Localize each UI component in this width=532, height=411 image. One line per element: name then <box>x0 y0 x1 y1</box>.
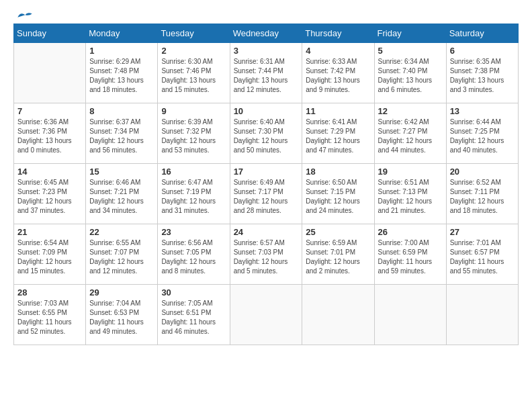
day-info: Sunrise: 6:55 AMSunset: 7:07 PMDaylight:… <box>89 238 154 276</box>
day-info: Sunrise: 6:47 AMSunset: 7:19 PMDaylight:… <box>161 178 226 216</box>
day-number: 13 <box>450 106 515 116</box>
calendar-cell: 5Sunrise: 6:34 AMSunset: 7:40 PMDaylight… <box>374 43 446 103</box>
calendar-table: SundayMondayTuesdayWednesdayThursdayFrid… <box>13 24 519 345</box>
calendar-cell: 9Sunrise: 6:39 AMSunset: 7:32 PMDaylight… <box>158 103 230 164</box>
day-info: Sunrise: 6:59 AMSunset: 7:01 PMDaylight:… <box>306 238 370 276</box>
calendar-cell: 26Sunrise: 7:00 AMSunset: 6:59 PMDayligh… <box>374 224 446 285</box>
day-info: Sunrise: 6:33 AMSunset: 7:42 PMDaylight:… <box>306 57 370 95</box>
day-number: 14 <box>17 167 82 177</box>
day-info: Sunrise: 6:41 AMSunset: 7:29 PMDaylight:… <box>306 118 370 155</box>
day-info: Sunrise: 6:40 AMSunset: 7:30 PMDaylight:… <box>234 118 299 155</box>
calendar-cell: 18Sunrise: 6:50 AMSunset: 7:15 PMDayligh… <box>302 164 374 224</box>
calendar-cell: 16Sunrise: 6:47 AMSunset: 7:19 PMDayligh… <box>158 164 230 224</box>
day-info: Sunrise: 7:00 AMSunset: 6:59 PMDaylight:… <box>378 238 443 276</box>
calendar-cell <box>302 285 374 345</box>
column-header-tuesday: Tuesday <box>158 24 230 43</box>
column-header-sunday: Sunday <box>14 24 86 43</box>
calendar-cell <box>230 285 302 345</box>
day-info: Sunrise: 6:30 AMSunset: 7:46 PMDaylight:… <box>161 57 226 95</box>
day-number: 3 <box>234 46 299 56</box>
week-row-2: 7Sunrise: 6:36 AMSunset: 7:36 PMDaylight… <box>14 103 519 164</box>
calendar-cell: 14Sunrise: 6:45 AMSunset: 7:23 PMDayligh… <box>14 164 86 224</box>
calendar-cell: 2Sunrise: 6:30 AMSunset: 7:46 PMDaylight… <box>158 43 230 103</box>
calendar-cell: 3Sunrise: 6:31 AMSunset: 7:44 PMDaylight… <box>230 43 302 103</box>
day-number: 26 <box>378 227 443 237</box>
day-info: Sunrise: 6:37 AMSunset: 7:34 PMDaylight:… <box>89 118 154 155</box>
day-info: Sunrise: 6:45 AMSunset: 7:23 PMDaylight:… <box>17 178 82 216</box>
calendar-header-row: SundayMondayTuesdayWednesdayThursdayFrid… <box>14 24 519 43</box>
day-info: Sunrise: 6:39 AMSunset: 7:32 PMDaylight:… <box>161 118 226 155</box>
day-info: Sunrise: 6:46 AMSunset: 7:21 PMDaylight:… <box>89 178 154 216</box>
calendar-cell: 27Sunrise: 7:01 AMSunset: 6:57 PMDayligh… <box>446 224 518 285</box>
calendar-cell: 6Sunrise: 6:35 AMSunset: 7:38 PMDaylight… <box>446 43 518 103</box>
day-number: 23 <box>161 227 226 237</box>
calendar-cell <box>14 43 86 103</box>
day-number: 12 <box>378 106 443 116</box>
day-info: Sunrise: 6:56 AMSunset: 7:05 PMDaylight:… <box>161 238 226 276</box>
column-header-thursday: Thursday <box>302 24 374 43</box>
column-header-saturday: Saturday <box>446 24 518 43</box>
week-row-3: 14Sunrise: 6:45 AMSunset: 7:23 PMDayligh… <box>14 164 519 224</box>
day-number: 6 <box>450 46 515 56</box>
column-header-monday: Monday <box>86 24 158 43</box>
day-number: 2 <box>161 46 226 56</box>
day-number: 15 <box>89 167 154 177</box>
day-number: 17 <box>234 167 299 177</box>
calendar-cell: 8Sunrise: 6:37 AMSunset: 7:34 PMDaylight… <box>86 103 158 164</box>
calendar-cell: 23Sunrise: 6:56 AMSunset: 7:05 PMDayligh… <box>158 224 230 285</box>
page-header <box>13 13 519 18</box>
day-number: 28 <box>17 287 82 298</box>
day-info: Sunrise: 6:31 AMSunset: 7:44 PMDaylight:… <box>234 57 299 95</box>
calendar-cell: 30Sunrise: 7:05 AMSunset: 6:51 PMDayligh… <box>158 285 230 345</box>
calendar-cell <box>446 285 518 345</box>
day-number: 20 <box>450 167 515 177</box>
day-number: 1 <box>89 46 154 56</box>
day-number: 5 <box>378 46 443 56</box>
day-number: 21 <box>17 227 82 237</box>
day-number: 8 <box>89 106 154 116</box>
calendar-cell: 21Sunrise: 6:54 AMSunset: 7:09 PMDayligh… <box>14 224 86 285</box>
calendar-cell: 1Sunrise: 6:29 AMSunset: 7:48 PMDaylight… <box>86 43 158 103</box>
day-info: Sunrise: 6:42 AMSunset: 7:27 PMDaylight:… <box>378 118 443 155</box>
day-info: Sunrise: 6:35 AMSunset: 7:38 PMDaylight:… <box>450 57 515 95</box>
calendar-cell: 29Sunrise: 7:04 AMSunset: 6:53 PMDayligh… <box>86 285 158 345</box>
day-number: 11 <box>306 106 370 116</box>
day-number: 19 <box>378 167 443 177</box>
calendar-cell: 17Sunrise: 6:49 AMSunset: 7:17 PMDayligh… <box>230 164 302 224</box>
calendar-cell: 19Sunrise: 6:51 AMSunset: 7:13 PMDayligh… <box>374 164 446 224</box>
day-info: Sunrise: 7:05 AMSunset: 6:51 PMDaylight:… <box>161 299 226 336</box>
day-info: Sunrise: 6:36 AMSunset: 7:36 PMDaylight:… <box>17 118 82 155</box>
day-number: 18 <box>306 167 370 177</box>
calendar-cell: 11Sunrise: 6:41 AMSunset: 7:29 PMDayligh… <box>302 103 374 164</box>
day-info: Sunrise: 6:54 AMSunset: 7:09 PMDaylight:… <box>17 238 82 276</box>
logo-bird-icon <box>15 10 35 22</box>
day-number: 22 <box>89 227 154 237</box>
day-info: Sunrise: 6:50 AMSunset: 7:15 PMDaylight:… <box>306 178 370 216</box>
day-info: Sunrise: 7:04 AMSunset: 6:53 PMDaylight:… <box>89 299 154 336</box>
calendar-cell: 20Sunrise: 6:52 AMSunset: 7:11 PMDayligh… <box>446 164 518 224</box>
calendar-cell: 25Sunrise: 6:59 AMSunset: 7:01 PMDayligh… <box>302 224 374 285</box>
day-info: Sunrise: 7:01 AMSunset: 6:57 PMDaylight:… <box>450 238 515 276</box>
day-number: 25 <box>306 227 370 237</box>
calendar-cell: 24Sunrise: 6:57 AMSunset: 7:03 PMDayligh… <box>230 224 302 285</box>
day-info: Sunrise: 6:51 AMSunset: 7:13 PMDaylight:… <box>378 178 443 216</box>
day-info: Sunrise: 6:49 AMSunset: 7:17 PMDaylight:… <box>234 178 299 216</box>
day-number: 9 <box>161 106 226 116</box>
day-info: Sunrise: 6:29 AMSunset: 7:48 PMDaylight:… <box>89 57 154 95</box>
day-number: 4 <box>306 46 370 56</box>
week-row-4: 21Sunrise: 6:54 AMSunset: 7:09 PMDayligh… <box>14 224 519 285</box>
logo <box>13 13 35 18</box>
calendar-cell: 10Sunrise: 6:40 AMSunset: 7:30 PMDayligh… <box>230 103 302 164</box>
day-info: Sunrise: 7:03 AMSunset: 6:55 PMDaylight:… <box>17 299 82 336</box>
day-number: 27 <box>450 227 515 237</box>
day-number: 29 <box>89 287 154 298</box>
column-header-friday: Friday <box>374 24 446 43</box>
day-info: Sunrise: 6:44 AMSunset: 7:25 PMDaylight:… <box>450 118 515 155</box>
calendar-cell: 7Sunrise: 6:36 AMSunset: 7:36 PMDaylight… <box>14 103 86 164</box>
calendar-cell: 4Sunrise: 6:33 AMSunset: 7:42 PMDaylight… <box>302 43 374 103</box>
week-row-1: 1Sunrise: 6:29 AMSunset: 7:48 PMDaylight… <box>14 43 519 103</box>
calendar-cell: 13Sunrise: 6:44 AMSunset: 7:25 PMDayligh… <box>446 103 518 164</box>
day-number: 30 <box>161 287 226 298</box>
day-number: 24 <box>234 227 299 237</box>
day-number: 7 <box>17 106 82 116</box>
